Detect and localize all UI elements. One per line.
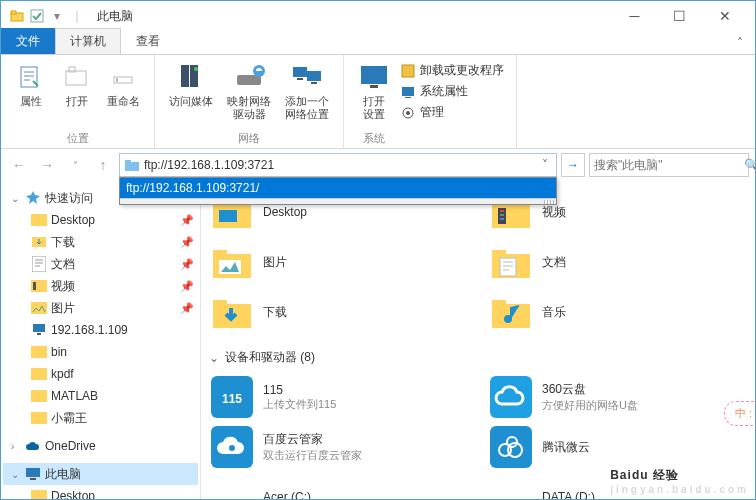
address-input[interactable] <box>144 158 538 172</box>
sidebar-onedrive[interactable]: ›OneDrive <box>3 435 198 457</box>
devices-grid: 115115上传文件到115 360云盘方便好用的网络U盘 百度云管家双击运行百… <box>209 374 747 499</box>
folder-icon <box>31 488 47 499</box>
svg-rect-35 <box>31 368 47 380</box>
svg-rect-1 <box>11 11 16 14</box>
sidebar-item-downloads[interactable]: 下载📌 <box>3 231 198 253</box>
document-icon <box>31 256 47 272</box>
svg-rect-40 <box>31 490 47 499</box>
nav-up-button[interactable]: ↑ <box>91 153 115 177</box>
maximize-button[interactable]: ☐ <box>657 2 702 30</box>
document-folder-icon <box>490 241 532 283</box>
chevron-down-icon[interactable]: ˅ <box>538 158 552 172</box>
server-icon <box>175 61 207 93</box>
sidebar: ⌄快速访问 Desktop📌 下载📌 文档📌 视频📌 图片📌 192.168.1… <box>1 181 201 499</box>
sidebar-item-matlab[interactable]: MATLAB <box>3 385 198 407</box>
map-drive-button[interactable]: 映射网络 驱动器 <box>221 59 277 123</box>
pc-icon <box>25 466 41 482</box>
device-115[interactable]: 115115上传文件到115 <box>209 374 468 420</box>
access-media-button[interactable]: 访问媒体 <box>163 59 219 123</box>
svg-rect-2 <box>31 10 43 22</box>
device-360[interactable]: 360云盘方便好用的网络U盘 <box>488 374 747 420</box>
svg-rect-33 <box>37 333 41 335</box>
search-input[interactable] <box>594 158 744 172</box>
svg-rect-48 <box>500 214 504 216</box>
svg-rect-18 <box>370 85 378 88</box>
svg-rect-51 <box>213 250 227 256</box>
svg-rect-38 <box>26 468 40 477</box>
svg-rect-36 <box>31 390 47 402</box>
sidebar-item-pictures[interactable]: 图片📌 <box>3 297 198 319</box>
monitor-icon <box>358 61 390 93</box>
resize-handle-icon[interactable] <box>120 198 556 204</box>
sidebar-item-xiaobawang[interactable]: 小霸王 <box>3 407 198 429</box>
add-location-button[interactable]: 添加一个 网络位置 <box>279 59 335 123</box>
sysprop-button[interactable]: 系统属性 <box>400 82 504 101</box>
separator-icon: | <box>69 8 85 24</box>
tab-file[interactable]: 文件 <box>1 28 55 54</box>
ime-indicator[interactable]: 中 : <box>724 401 756 426</box>
sidebar-item-videos[interactable]: 视频📌 <box>3 275 198 297</box>
svg-rect-32 <box>33 324 45 332</box>
svg-rect-28 <box>32 256 46 272</box>
sidebar-item-ftp[interactable]: 192.168.1.109 <box>3 319 198 341</box>
ribbon-group-network: 访问媒体 映射网络 驱动器 添加一个 网络位置 网络 <box>155 55 344 148</box>
folders-grid: Desktop 视频 图片 文档 下载 音乐 <box>209 189 747 335</box>
svg-rect-17 <box>361 66 387 84</box>
svg-rect-7 <box>116 78 118 82</box>
sidebar-item-bin[interactable]: bin <box>3 341 198 363</box>
ribbon-group-system: 打开 设置 系统 卸载或更改程序 系统属性 管理 <box>344 55 517 148</box>
properties-button[interactable]: 属性 <box>9 59 53 110</box>
device-data-d[interactable]: DATA (D:) <box>488 474 747 499</box>
folder-documents[interactable]: 文档 <box>488 239 747 285</box>
title-bar: ▾ | 此电脑 ─ ☐ ✕ <box>1 1 755 31</box>
manage-button[interactable]: 管理 <box>400 103 504 122</box>
address-suggestion[interactable]: ftp://192.168.1.109:3721/ <box>120 178 556 198</box>
svg-rect-30 <box>33 282 36 290</box>
svg-rect-20 <box>402 87 414 96</box>
nav-back-button[interactable]: ← <box>7 153 31 177</box>
address-bar[interactable]: ˅ ftp://192.168.1.109:3721/ <box>119 153 557 177</box>
open-button[interactable]: 打开 <box>55 59 99 110</box>
address-dropdown: ftp://192.168.1.109:3721/ <box>119 177 557 205</box>
go-button[interactable]: → <box>561 153 585 177</box>
sysprop-icon <box>400 84 416 100</box>
download-icon <box>31 234 47 250</box>
uninstall-button[interactable]: 卸载或更改程序 <box>400 61 504 80</box>
svg-rect-21 <box>405 97 411 98</box>
sidebar-item-documents[interactable]: 文档📌 <box>3 253 198 275</box>
qat-more-icon[interactable]: ▾ <box>49 8 65 24</box>
cloud-app-icon <box>490 426 532 468</box>
nav-forward-button[interactable]: → <box>35 153 59 177</box>
sidebar-item-desktop2[interactable]: Desktop <box>3 485 198 499</box>
folder-icon <box>31 344 47 360</box>
folder-icon <box>9 8 25 24</box>
search-box[interactable]: 🔍 <box>589 153 749 177</box>
rename-icon <box>108 61 140 93</box>
chevron-down-icon: ⌄ <box>209 351 219 365</box>
folder-downloads[interactable]: 下载 <box>209 289 468 335</box>
window-title: 此电脑 <box>97 8 133 25</box>
nav-history-button[interactable]: ˅ <box>63 153 87 177</box>
drive-network-icon <box>233 61 265 93</box>
ribbon-collapse-icon[interactable]: ˄ <box>725 32 755 54</box>
minimize-button[interactable]: ─ <box>612 2 657 30</box>
pin-icon: 📌 <box>180 280 194 293</box>
sidebar-item-desktop[interactable]: Desktop📌 <box>3 209 198 231</box>
device-acer-c[interactable]: Acer (C:) <box>209 474 468 499</box>
tab-view[interactable]: 查看 <box>121 28 175 54</box>
sidebar-this-pc[interactable]: ⌄此电脑 <box>3 463 198 485</box>
picture-icon <box>31 300 47 316</box>
open-settings-button[interactable]: 打开 设置 <box>352 59 396 123</box>
folder-music[interactable]: 音乐 <box>488 289 747 335</box>
devices-header[interactable]: ⌄设备和驱动器 (8) <box>209 349 747 366</box>
content-area: Desktop 视频 图片 文档 下载 音乐 ⌄设备和驱动器 (8) 11511… <box>201 181 755 499</box>
nav-bar: ← → ˅ ↑ ˅ ftp://192.168.1.109:3721/ → 🔍 <box>1 149 755 181</box>
svg-rect-59 <box>492 300 506 306</box>
device-weiyun[interactable]: 腾讯微云 <box>488 424 747 470</box>
device-baidu[interactable]: 百度云管家双击运行百度云管家 <box>209 424 468 470</box>
rename-button[interactable]: 重命名 <box>101 59 146 110</box>
tab-computer[interactable]: 计算机 <box>55 28 121 54</box>
sidebar-item-kpdf[interactable]: kpdf <box>3 363 198 385</box>
folder-pictures[interactable]: 图片 <box>209 239 468 285</box>
close-button[interactable]: ✕ <box>702 2 747 30</box>
